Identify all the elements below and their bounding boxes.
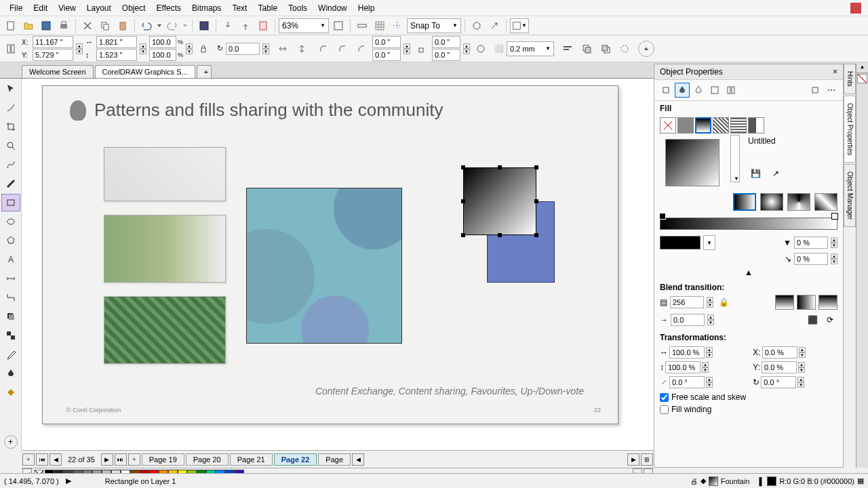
undo-dropdown[interactable] <box>156 18 163 34</box>
options-button[interactable] <box>469 18 485 34</box>
gradient-preview-swatch[interactable] <box>665 139 719 186</box>
menu-edit[interactable]: Edit <box>28 2 53 14</box>
prev-page-button[interactable]: ◀ <box>50 453 62 466</box>
color-proof-icon[interactable]: 🖨 <box>690 477 698 485</box>
node-position-input[interactable]: 0 % <box>794 253 828 265</box>
save-preset-icon[interactable]: 💾 <box>748 166 763 181</box>
rulers-button[interactable] <box>354 18 370 34</box>
convert-curves-button[interactable] <box>616 41 633 57</box>
steps-input[interactable]: 256 <box>670 296 704 308</box>
elliptical-gradient-type[interactable] <box>760 193 783 211</box>
rotate-fill-input[interactable]: 0.0 ° <box>761 376 796 388</box>
fill-width-input[interactable]: 100.0 % <box>669 346 705 359</box>
polygon-tool[interactable] <box>1 232 20 249</box>
navigator-button[interactable]: ⊞ <box>641 453 653 466</box>
workspace[interactable]: Patterns and fills sharing with the comm… <box>22 79 654 450</box>
menu-tools[interactable]: Tools <box>283 2 313 14</box>
corner-tl-input[interactable]: 0.0 " <box>372 36 401 48</box>
tab-document[interactable]: CorelDRAW Graphics S... <box>95 65 195 78</box>
publish-pdf-button[interactable] <box>255 18 271 34</box>
guidelines-button[interactable] <box>389 18 406 34</box>
page-tab-20[interactable]: Page 20 <box>186 453 229 466</box>
export-button[interactable] <box>237 18 254 34</box>
lock-steps-icon[interactable]: 🔒 <box>716 295 731 310</box>
search-content-button[interactable] <box>196 18 212 34</box>
interactive-fill-tool[interactable] <box>1 365 20 382</box>
undo-button[interactable] <box>138 18 155 34</box>
cut-button[interactable] <box>79 18 96 34</box>
handle-mr[interactable] <box>534 199 538 203</box>
x-input[interactable]: 11.167 " <box>33 36 73 48</box>
accel-input[interactable]: 0.0 <box>671 314 705 326</box>
smart-fill-tool[interactable] <box>1 384 20 401</box>
ellipse-tool[interactable] <box>1 213 20 230</box>
handle-tr[interactable] <box>534 165 538 169</box>
text-tool[interactable]: A <box>1 251 20 268</box>
fill-tab-icon[interactable] <box>675 83 690 98</box>
fill-winding-checkbox[interactable] <box>660 405 669 414</box>
transparency-tool[interactable] <box>1 327 20 344</box>
corner-bl-input[interactable]: 0.0 " <box>372 49 401 61</box>
gradient-editor[interactable] <box>660 218 837 230</box>
save-button[interactable] <box>38 18 54 34</box>
handle-bl[interactable] <box>461 233 465 237</box>
vtab-hints[interactable]: Hints <box>844 64 856 94</box>
y-input[interactable]: 5.729 " <box>33 49 73 61</box>
import-button[interactable] <box>220 18 236 34</box>
relative-corner-button[interactable] <box>473 41 489 57</box>
internet-tab-icon[interactable] <box>724 83 738 98</box>
pick-tool[interactable] <box>1 80 20 98</box>
snap-combo[interactable]: Snap To▼ <box>407 18 461 33</box>
share-preset-icon[interactable]: ↗ <box>768 166 783 181</box>
scaley-input[interactable]: 100.0 <box>149 49 176 61</box>
node-color-dropdown[interactable]: ▼ <box>703 235 715 250</box>
play-icon[interactable]: ▶ <box>66 476 71 485</box>
rotation-input[interactable]: 0.0 <box>226 43 260 55</box>
preset-dropdown[interactable]: ▼ <box>730 135 740 182</box>
freehand-tool[interactable] <box>1 156 20 174</box>
no-fill-icon[interactable] <box>660 117 676 134</box>
page-tab-22[interactable]: Page 22 <box>274 453 317 466</box>
summary-tab-icon[interactable] <box>707 83 722 98</box>
quick-customize-button[interactable]: + <box>638 41 654 57</box>
transparency-tab-icon[interactable] <box>691 83 706 98</box>
palette-edit-icon[interactable]: ▦ <box>857 476 864 485</box>
corner-tr-input[interactable]: 0.0 " <box>432 36 460 48</box>
new-button[interactable] <box>3 18 19 34</box>
fill-y-input[interactable]: 0.0 % <box>762 361 797 373</box>
corner-chamfer-button[interactable] <box>353 41 370 57</box>
more-options-icon[interactable]: ⋯ <box>824 83 839 98</box>
corner-round-button[interactable] <box>315 41 332 57</box>
page-tab-19[interactable]: Page 19 <box>142 453 184 466</box>
node-opacity-input[interactable]: 0 % <box>794 237 828 249</box>
wrap-text-button[interactable] <box>559 41 576 57</box>
smooth-icon[interactable]: ⬛ <box>805 312 820 327</box>
fill-swatch[interactable] <box>709 476 718 486</box>
eyedropper-tool[interactable] <box>1 346 20 363</box>
corner-lock-button[interactable] <box>413 41 429 57</box>
repeat-icon[interactable]: ⟳ <box>823 312 837 327</box>
paste-button[interactable] <box>115 18 131 34</box>
page-tab-next[interactable]: Page <box>318 453 351 466</box>
vtab-object-properties[interactable]: Object Properties <box>844 96 856 163</box>
outline-width-combo[interactable]: 0.2 mm▼ <box>507 41 554 56</box>
height-input[interactable]: 1.523 " <box>96 49 137 61</box>
menu-layout[interactable]: Layout <box>81 2 117 14</box>
fill-x-input[interactable]: 0.0 % <box>762 346 797 359</box>
outline-tab-icon[interactable] <box>658 83 673 98</box>
add-page-button[interactable]: + <box>22 453 35 466</box>
add-page-after-button[interactable]: + <box>128 453 140 466</box>
color-palette-vertical[interactable]: ▲ <box>856 64 868 468</box>
menu-effects[interactable]: Effects <box>151 2 186 14</box>
linear-gradient-type[interactable] <box>733 193 756 211</box>
fountain-fill-icon[interactable] <box>695 117 711 134</box>
menu-object[interactable]: Object <box>117 2 151 14</box>
corner-scallop-button[interactable] <box>334 41 351 57</box>
artistic-media-tool[interactable] <box>1 175 20 192</box>
node-color-swatch[interactable] <box>660 236 701 249</box>
menu-table[interactable]: Table <box>252 2 283 14</box>
width-input[interactable]: 1.821 " <box>96 36 137 48</box>
menu-file[interactable]: File <box>4 2 28 14</box>
shape-tool[interactable] <box>1 99 20 117</box>
uniform-fill-icon[interactable] <box>677 117 694 134</box>
